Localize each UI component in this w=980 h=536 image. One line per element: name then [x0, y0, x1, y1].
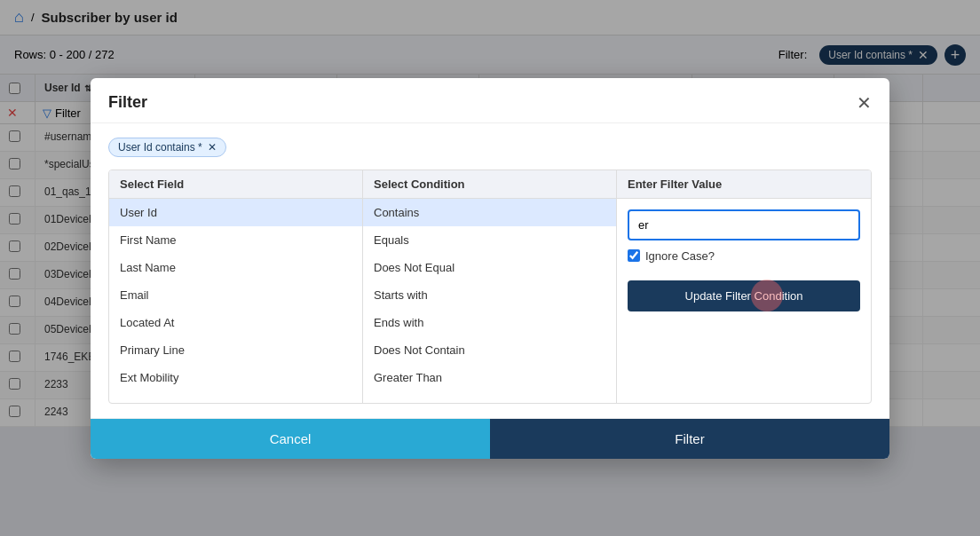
filter-value-body: Ignore Case? Update Filter Condition	[617, 199, 871, 322]
filter-value-input[interactable]	[628, 209, 860, 240]
enter-value-header: Enter Filter Value	[617, 170, 871, 199]
condition-not-equal[interactable]: Does Not Equal	[363, 254, 616, 281]
select-field-header: Select Field	[109, 170, 362, 199]
cancel-button[interactable]: Cancel	[91, 419, 490, 459]
filter-columns: Select Field User Id First Name Last Nam…	[108, 169, 872, 404]
ignore-case-checkbox[interactable]	[628, 249, 640, 262]
field-item-last-name[interactable]: Last Name	[109, 254, 362, 281]
field-item-located-at[interactable]: Located At	[109, 309, 362, 336]
filter-button[interactable]: Filter	[490, 419, 889, 459]
field-item-email[interactable]: Email	[109, 281, 362, 309]
dialog-footer: Cancel Filter	[91, 418, 889, 459]
condition-starts-with[interactable]: Starts with	[363, 281, 616, 309]
select-condition-header: Select Condition	[363, 170, 616, 199]
dialog-close-button[interactable]: ✕	[857, 92, 872, 114]
condition-greater-than[interactable]: Greater Than	[363, 364, 616, 391]
dialog-body: User Id contains * ✕ Select Field User I…	[91, 123, 889, 418]
dialog-header: Filter ✕	[91, 78, 889, 123]
condition-ends-with[interactable]: Ends with	[363, 309, 616, 336]
dialog-title: Filter	[108, 93, 147, 112]
update-filter-button[interactable]: Update Filter Condition	[628, 280, 860, 311]
condition-not-contain[interactable]: Does Not Contain	[363, 336, 616, 364]
condition-equals[interactable]: Equals	[363, 226, 616, 254]
field-item-primary-line[interactable]: Primary Line	[109, 336, 362, 364]
modal-overlay: Filter ✕ User Id contains * ✕ Select Fie…	[0, 0, 980, 536]
select-condition-col: Select Condition Contains Equals Does No…	[363, 170, 617, 403]
active-filter-chip[interactable]: User Id contains * ✕	[108, 138, 226, 157]
field-item-first-name[interactable]: First Name	[109, 226, 362, 254]
field-list: User Id First Name Last Name Email Locat…	[109, 199, 362, 403]
filter-dialog: Filter ✕ User Id contains * ✕ Select Fie…	[91, 78, 889, 459]
field-item-ext-mobility[interactable]: Ext Mobility	[109, 364, 362, 391]
ignore-case-label: Ignore Case?	[645, 249, 715, 263]
condition-contains[interactable]: Contains	[363, 199, 616, 226]
active-chip-close-icon[interactable]: ✕	[208, 141, 217, 154]
select-field-col: Select Field User Id First Name Last Nam…	[109, 170, 363, 403]
field-item-user-id[interactable]: User Id	[109, 199, 362, 226]
condition-list: Contains Equals Does Not Equal Starts wi…	[363, 199, 616, 403]
ignore-case-row: Ignore Case?	[628, 249, 860, 263]
active-chip-text: User Id contains *	[118, 141, 202, 154]
enter-value-col: Enter Filter Value Ignore Case? Update F…	[617, 170, 871, 403]
